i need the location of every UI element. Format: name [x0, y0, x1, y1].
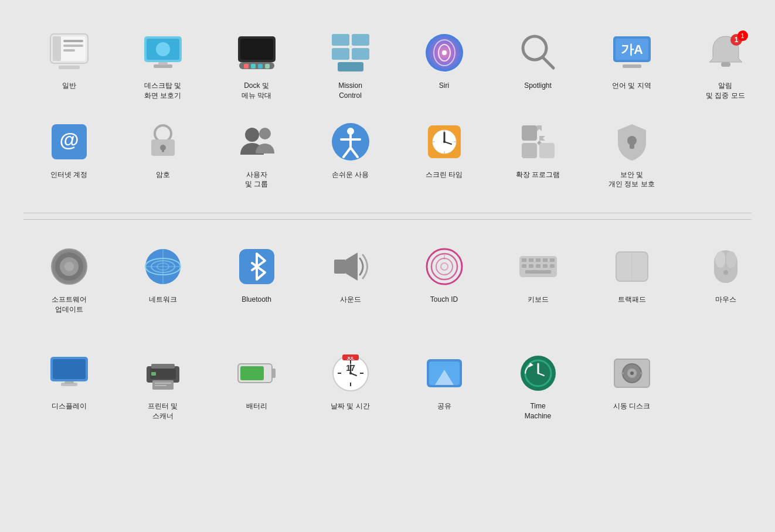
icon-extensions[interactable]: 확장 프로그램 [492, 112, 583, 196]
icon-printers-scanners[interactable]: 프린터 및 스캐너 [117, 344, 208, 427]
date-time-icon: JUL17 [327, 350, 374, 397]
icon-sharing[interactable]: 공유 [399, 344, 490, 427]
desktop-screensaver-label: 데스크탑 및 화면 보호기 [144, 81, 181, 101]
svg-rect-11 [158, 62, 168, 65]
passwords-icon [140, 118, 186, 165]
general-label: 일반 [62, 81, 76, 91]
keyboard-label: 키보드 [528, 295, 549, 305]
icon-mission-control[interactable]: Mission Control [305, 23, 396, 107]
svg-point-39 [155, 125, 171, 142]
svg-text:가A: 가A [621, 42, 643, 57]
icon-internet-accounts[interactable]: @인터넷 계정 [23, 112, 114, 196]
svg-rect-34 [721, 62, 730, 67]
icon-notifications[interactable]: 11알림 및 집중 모드 [680, 23, 771, 107]
system-preferences: 일반데스크탑 및 화면 보호기Dock 및 메뉴 막대Mission Contr… [0, 0, 775, 450]
icon-users-groups[interactable]: 사용자 및 그룹 [211, 112, 302, 196]
accessibility-icon [327, 118, 374, 165]
icon-empty2[interactable] [680, 344, 771, 427]
svg-rect-18 [265, 64, 270, 69]
svg-point-68 [64, 262, 74, 271]
icon-software-update[interactable]: 소프트웨어 업데이트 [23, 237, 114, 320]
icon-spotlight[interactable]: Spotlight [492, 23, 583, 107]
language-region-label: 언어 및 지역 [612, 81, 651, 91]
empty1-icon [702, 118, 749, 165]
icon-battery[interactable]: 배터리 [211, 344, 302, 427]
security-privacy-label: 보안 및 개인 정보 보호 [609, 170, 655, 190]
startup-disk-icon [609, 350, 655, 397]
accessibility-label: 손쉬운 사용 [332, 170, 369, 180]
svg-rect-98 [715, 251, 726, 268]
icon-security-privacy[interactable]: 보안 및 개인 정보 보호 [586, 112, 677, 196]
spotlight-icon [515, 29, 562, 76]
software-update-label: 소프트웨어 업데이트 [52, 295, 87, 315]
svg-marker-77 [346, 253, 358, 281]
svg-rect-21 [332, 48, 349, 60]
svg-point-55 [443, 141, 446, 143]
svg-rect-15 [244, 64, 249, 69]
mouse-icon [702, 243, 749, 290]
printers-scanners-icon [140, 350, 186, 397]
icon-mouse[interactable]: 마우스 [680, 237, 771, 320]
users-groups-icon [233, 118, 280, 165]
battery-icon [233, 350, 280, 397]
svg-rect-108 [151, 372, 156, 376]
network-label: 네트워크 [149, 295, 177, 305]
trackpad-icon [609, 243, 655, 290]
icon-general[interactable]: 일반 [23, 23, 114, 107]
touch-id-label: Touch ID [430, 295, 458, 305]
icon-siri[interactable]: Siri [399, 23, 490, 107]
svg-rect-93 [525, 270, 551, 274]
svg-point-139 [640, 372, 643, 374]
siri-icon [421, 29, 468, 76]
notifications-icon: 11 [702, 29, 749, 76]
time-machine-icon [515, 350, 562, 397]
svg-rect-89 [529, 264, 533, 268]
icon-dock[interactable]: Dock 및 메뉴 막대 [211, 23, 302, 107]
svg-rect-83 [522, 258, 526, 262]
svg-rect-42 [162, 148, 164, 152]
svg-rect-3 [63, 40, 83, 42]
spotlight-label: Spotlight [524, 81, 552, 91]
svg-rect-20 [352, 34, 369, 46]
divider-1 [23, 219, 752, 220]
icon-network[interactable]: 네트워크 [117, 237, 208, 320]
icon-desktop-screensaver[interactable]: 데스크탑 및 화면 보호기 [117, 23, 208, 107]
internet-accounts-icon: @ [46, 118, 93, 165]
mouse-label: 마우스 [715, 295, 736, 305]
icon-startup-disk[interactable]: 시동 디스크 [586, 344, 677, 427]
icon-trackpad[interactable]: 트랙패드 [586, 237, 677, 320]
icon-passwords[interactable]: 암호 [117, 112, 208, 196]
dock-icon [233, 29, 280, 76]
icon-accessibility[interactable]: 손쉬운 사용 [305, 112, 396, 196]
svg-rect-6 [59, 66, 80, 69]
svg-rect-5 [63, 49, 75, 52]
svg-rect-17 [258, 64, 263, 69]
icon-time-machine[interactable]: Time Machine [492, 344, 583, 427]
icon-touch-id[interactable]: Touch ID [399, 237, 490, 320]
svg-rect-103 [53, 359, 86, 379]
svg-point-27 [442, 50, 447, 55]
svg-rect-109 [151, 364, 175, 369]
svg-rect-84 [529, 258, 533, 262]
icon-displays[interactable]: 디스플레이 [23, 344, 114, 427]
svg-rect-22 [352, 48, 369, 60]
sound-label: 사운드 [340, 295, 361, 305]
trackpad-label: 트랙패드 [618, 295, 646, 305]
date-time-label: 날짜 및 시간 [331, 401, 370, 411]
icon-keyboard[interactable]: 키보드 [492, 237, 583, 320]
svg-point-138 [621, 372, 624, 374]
icon-empty1[interactable] [680, 112, 771, 196]
time-machine-label: Time Machine [525, 401, 551, 421]
users-groups-label: 사용자 및 그룹 [245, 170, 268, 190]
icon-date-time[interactable]: JUL17날짜 및 시간 [305, 344, 396, 427]
mission-control-icon [327, 29, 374, 76]
svg-rect-62 [539, 143, 555, 158]
icon-screen-time[interactable]: 스크린 타임 [399, 112, 490, 196]
bluetooth-icon [233, 243, 280, 290]
icon-language-region[interactable]: 가A언어 및 지역 [586, 23, 677, 107]
keyboard-icon [515, 243, 562, 290]
icon-sound[interactable]: 사운드 [305, 237, 396, 320]
icon-bluetooth[interactable]: Bluetooth [211, 237, 302, 320]
sound-icon [327, 243, 374, 290]
svg-text:17: 17 [346, 363, 355, 373]
